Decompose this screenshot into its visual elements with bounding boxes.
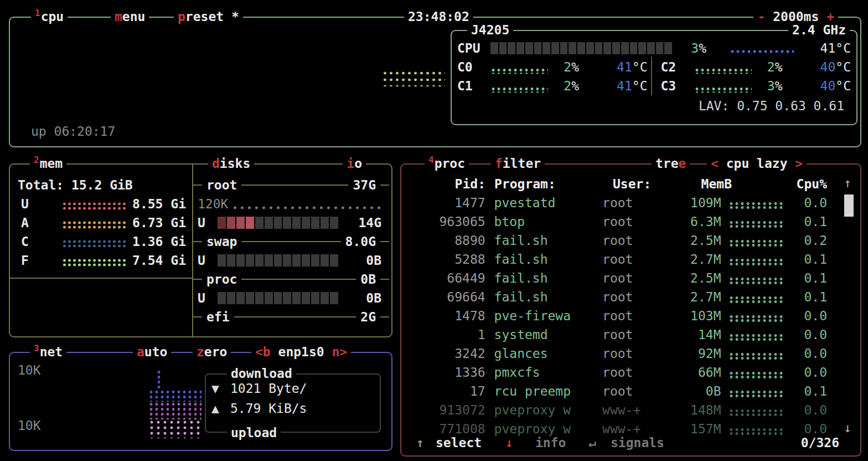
disk-root-header: root 37G [193, 176, 389, 194]
scroll-up-icon[interactable]: ↑ [844, 176, 851, 190]
process-user: root [602, 214, 664, 229]
process-pid: 69664 [402, 290, 485, 304]
net-zero-button[interactable]: zero [193, 344, 231, 360]
iface-next-button[interactable]: n> [332, 345, 348, 359]
process-row[interactable]: 913072 pveproxy w www-+ 148M 0.0 [402, 401, 859, 419]
download-speed: 1021 Byte/ [230, 381, 307, 396]
process-name: rcu_preemp [494, 384, 602, 398]
net-download-spike [156, 370, 161, 391]
mem-hotkey: 2 [34, 155, 39, 165]
process-user: root [602, 233, 664, 248]
process-name: pveproxy w [494, 422, 602, 436]
process-row[interactable]: 3242 glances root 92M 0.0 [402, 344, 859, 363]
disk-size: 2G [356, 310, 380, 324]
signals-button[interactable]: signals [611, 436, 664, 450]
mem-row-graph [62, 202, 127, 211]
process-cpu-graph [728, 390, 784, 398]
select-button[interactable]: select [436, 436, 482, 450]
process-pid: 1336 [402, 365, 485, 380]
process-row[interactable]: 1336 pmxcfs root 66M 0.0 [402, 363, 859, 382]
mem-row-value: 6.73 Gi [132, 216, 186, 230]
proc-box-title[interactable]: 4proc [425, 155, 469, 172]
net-box-title[interactable]: 3net [30, 344, 66, 360]
load-average: LAV: 0.75 0.63 0.61 [699, 99, 844, 113]
sort-prev-button[interactable]: < [711, 156, 719, 171]
net-interface-switcher[interactable]: <b enp1s0 n> [251, 344, 351, 360]
process-cpu-graph [728, 239, 784, 247]
uptime-label: up 06:20:17 [31, 124, 115, 139]
download-speed-row: ▼ 1021 Byte/ [211, 379, 374, 398]
process-cpu: 0.0 [784, 365, 827, 380]
clock: 23:48:02 [404, 8, 473, 25]
net-hotkey: 3 [34, 343, 39, 354]
download-arrow-icon: ▼ [211, 381, 230, 396]
net-speed-box: download ▼ 1021 Byte/ ▲ 5.79 KiB/s uploa… [205, 373, 381, 433]
col-memb[interactable]: MemB [675, 177, 732, 191]
tree-button[interactable]: tree [652, 155, 690, 172]
upload-speed: 5.79 KiB/s [230, 401, 307, 416]
process-cpu-graph [728, 221, 784, 228]
process-user: root [602, 309, 664, 323]
core-mini-graph [694, 87, 752, 93]
col-cpu[interactable]: Cpu% [784, 177, 827, 191]
process-row[interactable]: 5288 fail.sh root 2.7M 0.1 [402, 250, 859, 269]
net-auto-button[interactable]: auto [133, 344, 171, 360]
sort-control: < cpu lazy > [707, 155, 807, 172]
process-list: 1477 pvestatd root 109M 0.0 963065 btop … [402, 193, 859, 438]
filter-button[interactable]: filter [491, 155, 545, 172]
process-row[interactable]: 1478 pve-firewa root 103M 0.0 [402, 306, 859, 325]
cpu-total-row: CPU 3% 41°C [457, 39, 851, 58]
delay-decrease-button[interactable]: - [757, 9, 765, 24]
process-row[interactable]: 1477 pvestatd root 109M 0.0 [402, 193, 859, 212]
process-user: root [602, 271, 664, 285]
preset-button[interactable]: preset * [174, 8, 243, 25]
enter-icon: ↵ [588, 436, 596, 450]
process-cpu-graph [728, 409, 784, 417]
process-row[interactable]: 8890 fail.sh root 2.5M 0.2 [402, 231, 859, 250]
process-row[interactable]: 17 rcu_preemp root 0B 0.1 [402, 382, 859, 401]
process-pid: 1 [402, 327, 485, 342]
cpu-total-mini-graph [730, 49, 794, 54]
select-up-icon[interactable]: ↑ [416, 436, 424, 450]
process-mem: 2.7M [664, 252, 721, 267]
info-button[interactable]: info [535, 436, 566, 450]
cpu-box-title[interactable]: 1cpu [31, 8, 68, 25]
process-row[interactable]: 963065 btop root 6.3M 0.1 [402, 212, 859, 231]
mem-row: C 1.36 Gi [21, 232, 186, 251]
process-cpu: 0.0 [784, 327, 827, 342]
process-pid: 771008 [402, 422, 485, 436]
process-cpu-graph [728, 428, 784, 436]
process-row[interactable]: 66449 fail.sh root 2.5M 0.1 [402, 269, 859, 288]
cpu-total-meter [490, 42, 672, 54]
iface-prev-button[interactable]: <b [255, 345, 271, 359]
process-mem: 14M [664, 327, 721, 342]
select-down-icon[interactable]: ↓ [505, 436, 513, 450]
col-user[interactable]: User: [603, 177, 675, 191]
process-cpu: 0.1 [784, 384, 827, 398]
proc-header-row: Pid: Program: User: MemB Cpu% [402, 175, 859, 193]
menu-button[interactable]: menu [111, 8, 149, 25]
process-pid: 913072 [402, 403, 485, 417]
process-pid: 3242 [402, 346, 485, 361]
cpu-history-graph [382, 70, 445, 86]
core-load: 2% [752, 60, 783, 74]
process-row[interactable]: 1 systemd root 14M 0.0 [402, 325, 859, 344]
process-cpu-graph [728, 202, 784, 209]
proc-hotkey: 4 [428, 155, 434, 165]
scroll-down-icon[interactable]: ↓ [844, 421, 851, 435]
cpu-model-label: J4205 [467, 22, 513, 38]
sort-next-button[interactable]: > [795, 156, 803, 171]
process-user: root [602, 252, 664, 267]
disk-io-graph [231, 206, 381, 210]
process-user: root [602, 346, 664, 361]
process-row[interactable]: 69664 fail.sh root 2.7M 0.1 [402, 288, 859, 306]
col-program[interactable]: Program: [494, 177, 603, 191]
process-mem: 2.5M [664, 271, 721, 285]
core-row: C2 2% 40°C [661, 58, 851, 76]
process-name: fail.sh [494, 271, 602, 285]
process-mem: 109M [664, 196, 721, 210]
process-cpu: 0.0 [784, 196, 827, 210]
col-pid[interactable]: Pid: [402, 177, 485, 191]
core-column-divider [651, 57, 652, 95]
process-mem: 66M [664, 365, 721, 380]
